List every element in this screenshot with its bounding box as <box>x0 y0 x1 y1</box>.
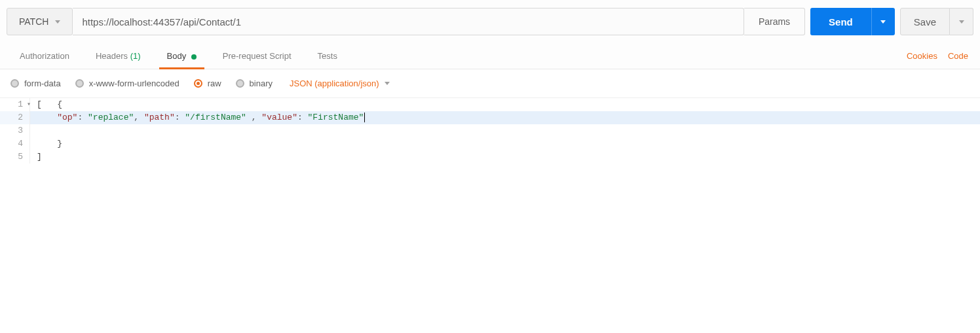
tab-headers-label: Headers <box>96 51 128 61</box>
radio-icon <box>236 79 244 88</box>
radio-raw[interactable]: raw <box>194 79 221 88</box>
code-link[interactable]: Code <box>948 51 968 61</box>
params-button[interactable]: Params <box>744 8 805 35</box>
radio-binary-label: binary <box>250 79 273 88</box>
radio-raw-label: raw <box>208 79 221 88</box>
send-button[interactable]: Send <box>810 8 871 35</box>
radio-form-data[interactable]: form-data <box>10 79 61 88</box>
tab-prerequest[interactable]: Pre-request Script <box>210 43 305 69</box>
radio-urlencoded[interactable]: x-www-form-urlencoded <box>75 79 179 88</box>
body-type-options: form-data x-www-form-urlencoded raw bina… <box>0 69 980 97</box>
send-dropdown-button[interactable] <box>871 8 895 35</box>
radio-icon <box>194 79 202 88</box>
headers-count-badge: (1) <box>130 51 141 61</box>
code-line[interactable] <box>30 124 980 137</box>
code-line[interactable]: } <box>30 137 980 150</box>
request-bar: PATCH Params Send Save <box>0 0 980 43</box>
line-number: 2 <box>0 111 30 124</box>
line-number: 1▾ <box>0 98 30 111</box>
tab-body-label: Body <box>167 51 187 61</box>
radio-binary[interactable]: binary <box>236 79 273 88</box>
line-number: 5 <box>0 150 30 164</box>
chevron-down-icon <box>880 20 886 24</box>
radio-form-data-label: form-data <box>24 79 61 88</box>
tab-tests[interactable]: Tests <box>305 43 350 69</box>
tab-headers[interactable]: Headers (1) <box>83 43 154 69</box>
code-line[interactable]: [ { <box>30 98 980 111</box>
radio-icon <box>10 79 19 88</box>
http-method-dropdown[interactable]: PATCH <box>7 8 73 35</box>
content-type-dropdown[interactable]: JSON (application/json) <box>290 79 390 88</box>
save-button[interactable]: Save <box>900 8 950 35</box>
url-input[interactable] <box>73 8 744 35</box>
send-button-group: Send <box>810 8 895 35</box>
code-line[interactable]: "op": "replace", "path": "/firstName" , … <box>30 111 980 124</box>
radio-icon <box>75 79 84 88</box>
save-dropdown-button[interactable] <box>950 8 973 35</box>
code-line[interactable]: ] <box>30 150 980 164</box>
line-number: 4 <box>0 137 30 150</box>
tab-authorization[interactable]: Authorization <box>7 43 83 69</box>
radio-urlencoded-label: x-www-form-urlencoded <box>89 79 179 88</box>
modified-indicator-icon <box>191 54 197 60</box>
body-editor[interactable]: 1▾ [ { 2 "op": "replace", "path": "/firs… <box>0 97 980 164</box>
chevron-down-icon <box>959 20 964 24</box>
line-number: 3 <box>0 124 30 137</box>
chevron-down-icon <box>55 20 60 24</box>
http-method-label: PATCH <box>19 16 48 27</box>
save-button-group: Save <box>900 8 973 35</box>
fold-icon[interactable]: ▾ <box>27 98 31 111</box>
text-cursor <box>364 113 365 122</box>
content-type-label: JSON (application/json) <box>290 79 379 88</box>
tab-body[interactable]: Body <box>154 43 210 69</box>
request-tabs: Authorization Headers (1) Body Pre-reque… <box>0 43 980 69</box>
cookies-link[interactable]: Cookies <box>907 51 937 61</box>
tabs-right-links: Cookies Code <box>907 51 973 61</box>
chevron-down-icon <box>385 82 390 85</box>
